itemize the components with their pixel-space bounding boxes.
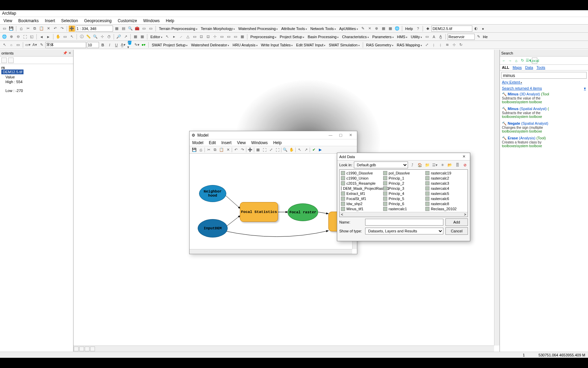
- terrain-preprocessing-menu[interactable]: Terrain Preprocessing: [158, 27, 199, 31]
- add-button[interactable]: Add: [445, 218, 468, 226]
- cancel-button[interactable]: Cancel: [445, 227, 468, 235]
- home-icon[interactable]: ⌂: [513, 58, 519, 63]
- menu-geoprocessing[interactable]: Geoprocessing: [84, 18, 112, 23]
- tool-icon[interactable]: ▭: [424, 34, 430, 40]
- search-result[interactable]: 🔨 Erase (Analysis) (Tool)Creates a featu…: [502, 136, 586, 148]
- tab-tools[interactable]: Tools: [537, 65, 545, 70]
- delete-icon[interactable]: ✕: [225, 147, 231, 153]
- map-view[interactable]: ⚙ Model — ▢ ✕ Model Edit Insert View Win…: [74, 50, 500, 352]
- modelbuilder-icon[interactable]: ▭: [148, 26, 154, 32]
- attribute-tools-menu[interactable]: Attribute Tools: [280, 27, 308, 31]
- scale-combo[interactable]: [76, 26, 113, 32]
- zoom-in-icon[interactable]: ⊕: [8, 34, 14, 40]
- node-focal-raster[interactable]: Focal raster: [288, 203, 318, 221]
- square-icon[interactable]: ▭: [15, 42, 21, 48]
- circle-icon[interactable]: ○: [8, 42, 14, 48]
- sort-icon[interactable]: ▾: [584, 86, 586, 91]
- close-icon[interactable]: ✕: [460, 154, 468, 159]
- markercolor-icon[interactable]: ●▾: [141, 42, 147, 48]
- delete-icon[interactable]: ⊘: [462, 162, 468, 168]
- file-item[interactable]: rastercalc4: [424, 186, 466, 191]
- select-icon[interactable]: ↖: [297, 147, 302, 153]
- delete-icon[interactable]: ✕: [45, 26, 51, 32]
- vertical-scrollbar[interactable]: [494, 50, 500, 346]
- file-item[interactable]: Extract_tif1: [340, 191, 382, 196]
- python-icon[interactable]: ▭: [141, 26, 147, 32]
- back-icon[interactable]: ◄: [38, 34, 45, 40]
- tool-icon[interactable]: ✎: [360, 26, 366, 32]
- file-item[interactable]: Minus_tif1: [340, 206, 382, 211]
- hms-menu[interactable]: HMS: [396, 35, 409, 39]
- file-item[interactable]: c1990_Dissolve: [340, 170, 382, 175]
- ras-mapping-menu[interactable]: RAS Mapping: [395, 43, 423, 47]
- up-icon[interactable]: ⤴: [409, 162, 415, 168]
- search-result[interactable]: 🔨 Minus (3D Analyst) (ToolSubtracts the …: [502, 92, 586, 104]
- time-icon[interactable]: ⏱: [106, 34, 112, 40]
- layer-combo[interactable]: [431, 26, 472, 32]
- rect-icon[interactable]: ▭▾: [25, 42, 31, 48]
- redo-icon[interactable]: ↷: [59, 26, 65, 32]
- horizontal-scrollbar[interactable]: [74, 346, 494, 352]
- node-neighborhood[interactable]: Neighbor hood: [199, 185, 226, 202]
- undo-icon[interactable]: ↶: [52, 26, 58, 32]
- file-item[interactable]: rastercalc8: [424, 201, 466, 206]
- search-icon[interactable]: 🔍: [127, 26, 133, 32]
- edit-icon[interactable]: ▭: [226, 34, 232, 40]
- redo-icon[interactable]: ↷: [240, 147, 245, 153]
- model-menu-windows[interactable]: Windows: [251, 140, 268, 145]
- list-by-drawing-icon[interactable]: [1, 58, 7, 63]
- utility-menu[interactable]: Utility: [409, 35, 423, 39]
- tool-icon[interactable]: A: [431, 34, 437, 40]
- tool-icon[interactable]: ▦: [387, 26, 393, 32]
- editor-toolbar-icon[interactable]: ▦: [114, 26, 120, 32]
- file-item[interactable]: rastercalc3: [424, 181, 466, 186]
- forward-icon[interactable]: →: [507, 58, 513, 63]
- goto-icon[interactable]: ↗: [122, 34, 129, 40]
- editor-menu[interactable]: Editor: [149, 35, 164, 39]
- edit-tool-icon[interactable]: ↖: [164, 34, 170, 40]
- edit-icon[interactable]: ▦: [239, 34, 245, 40]
- ras-icon[interactable]: ⟊: [431, 42, 437, 48]
- data-view-tab[interactable]: [74, 347, 79, 351]
- list-icon[interactable]: ☰▾: [432, 162, 438, 168]
- zoom-out-icon[interactable]: ⊖: [15, 34, 21, 40]
- file-item[interactable]: rastercalc1: [382, 206, 424, 211]
- swat-project-setup-menu[interactable]: SWAT Project Setup: [150, 43, 189, 47]
- model-menu-view[interactable]: View: [237, 140, 246, 145]
- zoom-icon[interactable]: 🔍: [282, 147, 288, 153]
- maximize-icon[interactable]: ▢: [336, 133, 345, 138]
- search-result[interactable]: 🔨 Minus (Spatial Analyst) (Subtracts the…: [502, 107, 586, 119]
- font-combo[interactable]: [45, 42, 86, 48]
- file-item[interactable]: c2015_Resample: [340, 181, 382, 186]
- file-list[interactable]: c1990_Dissolvec1990_Unionc2015_ResampleD…: [339, 169, 468, 217]
- open-icon[interactable]: ▭: [1, 26, 7, 32]
- globe-icon[interactable]: 🌐: [1, 34, 7, 40]
- edit-icon[interactable]: ▸: [171, 34, 177, 40]
- minimize-icon[interactable]: —: [326, 132, 335, 138]
- cut-icon[interactable]: ✂: [25, 26, 31, 32]
- edit-icon[interactable]: △: [185, 34, 191, 40]
- basin-processing-menu[interactable]: Basin Processing: [306, 35, 340, 39]
- paste-icon[interactable]: 📋: [219, 147, 224, 153]
- file-item[interactable]: rastercalc19: [424, 170, 466, 175]
- run-icon[interactable]: ▶: [317, 147, 323, 153]
- edit-icon[interactable]: ⊡: [198, 34, 205, 40]
- copy-icon[interactable]: ⧉: [212, 147, 218, 153]
- file-item[interactable]: rastercalc2: [424, 175, 466, 181]
- model-menu-edit[interactable]: Edit: [209, 140, 216, 145]
- edit-icon[interactable]: ✎: [38, 42, 45, 48]
- network-tools-menu[interactable]: Network Tools: [309, 27, 337, 31]
- zoom-in-icon[interactable]: ⤢: [268, 147, 274, 153]
- print-icon[interactable]: ⎙: [18, 26, 24, 32]
- pin-icon[interactable]: 📌: [63, 51, 67, 55]
- tool-icon[interactable]: ▦: [380, 26, 387, 32]
- ras-icon[interactable]: ⟊: [438, 42, 444, 48]
- folder-icon[interactable]: 📂: [447, 162, 453, 168]
- cut-icon[interactable]: ✂: [206, 147, 211, 153]
- file-item[interactable]: Princip_3: [382, 186, 424, 191]
- tab-maps[interactable]: Maps: [512, 65, 522, 70]
- parameters-menu[interactable]: Parameters: [371, 35, 395, 39]
- print-icon[interactable]: ⎙: [198, 147, 203, 153]
- search-input[interactable]: [501, 72, 587, 79]
- extent-dropdown[interactable]: Any Extent: [500, 80, 588, 86]
